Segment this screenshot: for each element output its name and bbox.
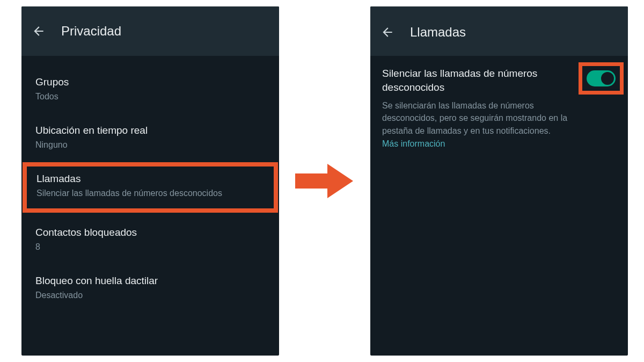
item-subtitle: Silenciar las llamadas de números descon… bbox=[36, 188, 264, 199]
item-subtitle: Ninguno bbox=[35, 140, 265, 150]
toggle-highlight bbox=[579, 62, 624, 95]
svg-marker-0 bbox=[295, 164, 353, 198]
privacy-item-groups[interactable]: Grupos Todos bbox=[21, 66, 279, 114]
silence-unknown-setting: Silenciar las llamadas de números descon… bbox=[370, 56, 628, 160]
item-subtitle: Todos bbox=[35, 91, 265, 102]
appbar-privacy: Privacidad bbox=[21, 6, 279, 56]
appbar-title: Llamadas bbox=[410, 25, 466, 40]
privacy-screen: Privacidad Grupos Todos Ubicación en tie… bbox=[21, 6, 279, 356]
arrow-left-icon bbox=[32, 24, 46, 38]
arrow-right-icon bbox=[295, 160, 354, 202]
back-button[interactable] bbox=[380, 25, 395, 40]
privacy-item-calls-highlight[interactable]: Llamadas Silenciar las llamadas de númer… bbox=[23, 162, 278, 213]
silence-unknown-toggle[interactable] bbox=[587, 70, 616, 86]
item-title: Contactos bloqueados bbox=[35, 227, 265, 238]
item-title: Llamadas bbox=[36, 173, 264, 185]
arrow-left-icon bbox=[380, 25, 394, 39]
item-title: Grupos bbox=[35, 76, 265, 88]
item-title: Bloqueo con huella dactilar bbox=[35, 275, 265, 287]
privacy-list: Grupos Todos Ubicación en tiempo real Ni… bbox=[21, 56, 279, 356]
privacy-item-location[interactable]: Ubicación en tiempo real Ninguno bbox=[21, 114, 279, 162]
calls-screen: Llamadas Silenciar las llamadas de númer… bbox=[370, 6, 628, 356]
flow-arrow bbox=[292, 160, 357, 202]
setting-description: Se silenciarán las llamadas de números d… bbox=[382, 99, 616, 137]
privacy-item-fingerprint[interactable]: Bloqueo con huella dactilar Desactivado bbox=[21, 264, 279, 313]
item-subtitle: Desactivado bbox=[35, 290, 265, 301]
item-title: Ubicación en tiempo real bbox=[35, 125, 265, 136]
item-subtitle: 8 bbox=[35, 242, 265, 252]
learn-more-link[interactable]: Más información bbox=[382, 139, 445, 149]
appbar-title: Privacidad bbox=[61, 24, 121, 39]
appbar-calls: Llamadas bbox=[370, 6, 628, 56]
back-button[interactable] bbox=[31, 24, 46, 39]
privacy-item-blocked[interactable]: Contactos bloqueados 8 bbox=[21, 216, 279, 264]
